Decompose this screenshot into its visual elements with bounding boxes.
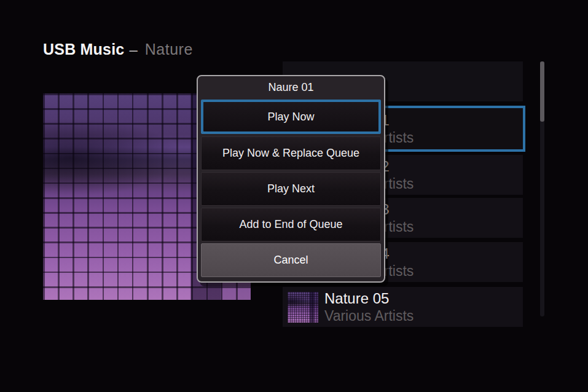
- scrollbar[interactable]: [540, 61, 544, 316]
- scrollbar-thumb[interactable]: [540, 61, 544, 122]
- track-title: Nature 05: [324, 289, 414, 307]
- play-next-button[interactable]: Play Next: [201, 172, 381, 206]
- cancel-button[interactable]: Cancel: [201, 243, 381, 277]
- dialog-title: Naure 01: [198, 76, 384, 98]
- list-item-nature-05[interactable]: Nature 05 Various Artists: [283, 287, 523, 327]
- track-artist: Various Artists: [324, 307, 414, 324]
- play-now-button[interactable]: Play Now: [203, 102, 378, 131]
- play-now-selection-frame: Play Now: [201, 100, 381, 134]
- play-now-replace-queue-button[interactable]: Play Now & Replace Queue: [201, 136, 381, 170]
- track-options-dialog: Naure 01 Play Now Play Now & Replace Que…: [197, 75, 385, 283]
- track-thumbnail-icon: [288, 292, 318, 323]
- add-to-end-of-queue-button[interactable]: Add to End of Queue: [201, 208, 381, 241]
